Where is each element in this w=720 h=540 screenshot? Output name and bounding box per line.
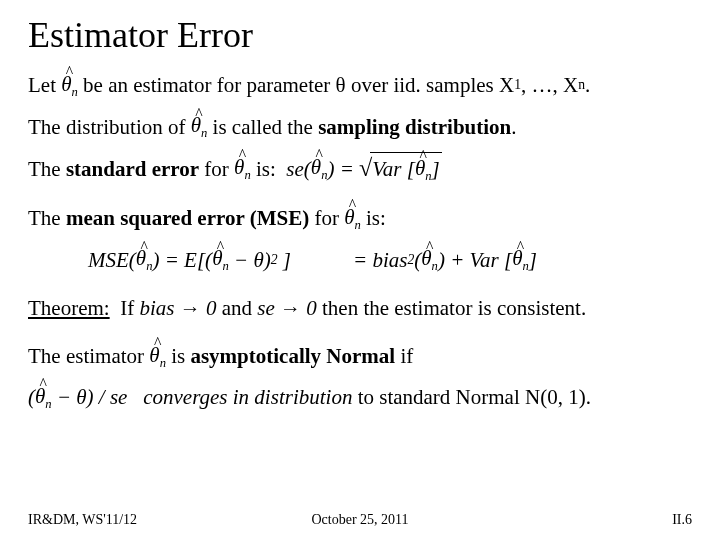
mse-row-2: = bias2 ( ^θn ) + Var [ ^θn ] bbox=[353, 246, 537, 274]
footer: IR&DM, WS'11/12 October 25, 2011 II.6 bbox=[0, 512, 720, 528]
footer-center: October 25, 2011 bbox=[138, 512, 582, 528]
text: is called the bbox=[207, 113, 318, 141]
text: and bbox=[216, 294, 257, 322]
mse-equation: MSE( ^θn ) = E[( ^θn − θ)2 ] = bias2 ( ^… bbox=[88, 246, 537, 278]
text: for bbox=[309, 204, 344, 232]
text: over iid. samples X bbox=[346, 71, 515, 99]
footer-right: II.6 bbox=[582, 512, 692, 528]
text: The bbox=[28, 204, 66, 232]
text: is: bbox=[251, 155, 287, 183]
hat-caret: ^ bbox=[66, 61, 73, 82]
text: , …, X bbox=[521, 71, 578, 99]
text: is bbox=[166, 342, 191, 370]
text: The bbox=[28, 155, 66, 183]
text: be an estimator for parameter bbox=[78, 71, 336, 99]
theta-hat-n: ^θn bbox=[234, 153, 251, 184]
subscript: 1 bbox=[514, 76, 521, 94]
text: . bbox=[511, 113, 516, 141]
arrow-icon: → bbox=[275, 294, 301, 322]
se-formula: se( ^θn ) = √ Var [ ^θn ] bbox=[286, 152, 441, 185]
theta-hat-n: ^θn bbox=[61, 70, 78, 101]
superscript: 2 bbox=[271, 252, 278, 268]
mse-row-1: MSE( ^θn ) = E[( ^θn − θ)2 ] bbox=[88, 246, 291, 274]
text: to standard Normal N(0, 1). bbox=[352, 383, 591, 411]
superscript: 2 bbox=[407, 252, 414, 268]
term-standard-error: standard error bbox=[66, 155, 199, 183]
term-converges: converges in distribution bbox=[143, 383, 352, 411]
text: is: bbox=[361, 204, 386, 232]
text: If bbox=[110, 294, 140, 322]
line-converges: ( ^θn − θ) / se converges in distributio… bbox=[28, 382, 692, 413]
zero: 0 bbox=[201, 294, 217, 322]
theta-hat-n: ^θn bbox=[212, 246, 229, 274]
arrow-icon: → bbox=[174, 294, 200, 322]
sqrt: √ Var [ ^θn ] bbox=[359, 152, 442, 185]
bias-var: bias bbox=[139, 294, 174, 322]
term-asymptotically-normal: asymptotically Normal bbox=[190, 342, 395, 370]
slide: Estimator Error Let ^θn be an estimator … bbox=[0, 0, 720, 540]
line-theorem: Theorem: If bias → 0 and se → 0 then the… bbox=[28, 294, 692, 322]
theta-hat-n: ^θn bbox=[311, 153, 328, 184]
text: The estimator bbox=[28, 342, 149, 370]
theta-hat-n: ^θn bbox=[421, 246, 438, 274]
theorem-label: Theorem: bbox=[28, 294, 110, 322]
line-distribution: The distribution of ^θn is called the sa… bbox=[28, 111, 692, 142]
normalized-formula: ( ^θn − θ) / se bbox=[28, 382, 143, 413]
line-mse: The mean squared error (MSE) for ^θn is: bbox=[28, 203, 692, 234]
subscript: n bbox=[578, 76, 585, 94]
slide-title: Estimator Error bbox=[28, 14, 692, 56]
theta-hat-n: ^θn bbox=[149, 341, 166, 372]
line-asymptotic: The estimator ^θn is asymptotically Norm… bbox=[28, 341, 692, 372]
line-let: Let ^θn be an estimator for parameter θ … bbox=[28, 70, 692, 101]
theta-hat-n: ^θn bbox=[136, 246, 153, 274]
text: Let bbox=[28, 71, 61, 99]
theta-hat-n: ^θn bbox=[512, 246, 529, 274]
footer-left: IR&DM, WS'11/12 bbox=[28, 512, 138, 528]
se-var: se bbox=[257, 294, 275, 322]
theta-hat-n: ^θn bbox=[415, 154, 432, 185]
theta-hat-n: ^θn bbox=[35, 382, 52, 413]
theta-symbol: θ bbox=[336, 71, 346, 99]
text: . bbox=[585, 71, 590, 99]
zero: 0 bbox=[301, 294, 317, 322]
theta-hat-n: ^θn bbox=[344, 203, 361, 234]
text: The distribution of bbox=[28, 113, 191, 141]
line-standard-error: The standard error for ^θn is: se( ^θn )… bbox=[28, 152, 692, 185]
term-mse: mean squared error (MSE) bbox=[66, 204, 309, 232]
theta-hat-n: ^θn bbox=[191, 111, 208, 142]
term-sampling-distribution: sampling distribution bbox=[318, 113, 511, 141]
text: if bbox=[395, 342, 413, 370]
text: for bbox=[199, 155, 234, 183]
text: then the estimator is consistent. bbox=[317, 294, 586, 322]
